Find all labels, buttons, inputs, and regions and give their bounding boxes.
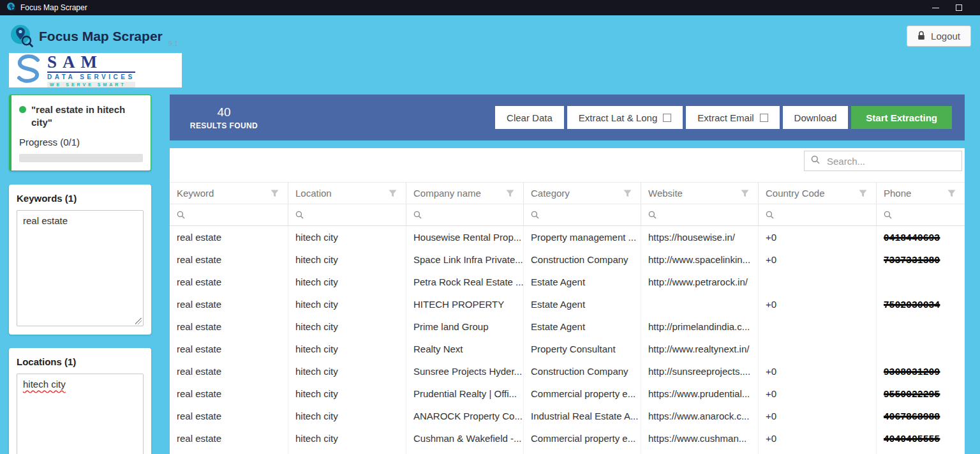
cell-company: Space Link Infra Private...: [406, 248, 524, 271]
cell-location: hitech city: [288, 226, 406, 248]
cell-company: Housewise Rental Prop...: [406, 226, 524, 248]
filter-icon[interactable]: [271, 190, 279, 197]
sam-logo-text: SAM: [47, 54, 103, 71]
cell-keyword: real estate: [170, 293, 288, 315]
cell-website: https://housewise.in/: [641, 226, 759, 248]
sam-swirl-icon: [15, 54, 42, 86]
column-header[interactable]: Company name: [406, 183, 524, 204]
extract-latlong-checkbox[interactable]: [663, 114, 671, 122]
download-button[interactable]: Download: [783, 106, 849, 129]
maximize-button[interactable]: [956, 4, 962, 11]
cell-country: [759, 450, 877, 454]
cell-website: http://www.realtynext.in/: [641, 338, 759, 360]
column-filter-input[interactable]: [170, 204, 288, 225]
filter-icon[interactable]: [506, 190, 514, 197]
column-filter-input[interactable]: [288, 204, 406, 225]
clear-data-button[interactable]: Clear Data: [495, 106, 564, 129]
search-icon: [766, 211, 774, 219]
table-row[interactable]: real estatehitech cityPrudential Realty …: [170, 382, 965, 405]
filter-icon[interactable]: [623, 190, 632, 197]
column-filter-input[interactable]: [759, 204, 877, 225]
progress-bar: [19, 154, 143, 162]
search-box[interactable]: [804, 151, 962, 171]
results-count: 40 RESULTS FOUND: [170, 105, 278, 130]
search-icon: [884, 211, 892, 219]
column-header[interactable]: Country Code: [759, 183, 877, 204]
sam-logo-subtext: DATA SERVICES: [47, 72, 135, 80]
column-filter-input[interactable]: [641, 204, 759, 225]
cell-phone: 4067868988: [877, 405, 965, 427]
table-row[interactable]: real estatehitech cityHITECH PROPERTYEst…: [170, 293, 965, 315]
filter-icon[interactable]: [947, 190, 956, 197]
cell-company: [406, 450, 524, 454]
cell-keyword: real estate: [170, 271, 288, 293]
cell-country: [759, 271, 877, 293]
cell-website: [641, 450, 759, 454]
cell-category: Property Consultant: [524, 338, 641, 360]
cell-category: Construction Company: [524, 360, 641, 382]
results-count-number: 40: [170, 105, 278, 119]
cell-company: Prudential Realty | Offi...: [406, 382, 524, 405]
table-row[interactable]: real estatehitech cityCushman & Wakefiel…: [170, 427, 965, 450]
column-header[interactable]: Phone: [877, 183, 965, 204]
cell-category: Estate Agent: [524, 271, 641, 293]
table-row[interactable]: real estatehitech cityHousewise Rental P…: [170, 226, 965, 248]
column-filter-input[interactable]: [877, 204, 965, 225]
cell-category: Property management ...: [524, 226, 641, 248]
cell-keyword: real estate: [170, 360, 288, 382]
extract-email-button[interactable]: Extract Email: [686, 106, 779, 129]
column-header[interactable]: Keyword: [170, 183, 288, 204]
table-row[interactable]: real estatehitech cityRealty NextPropert…: [170, 338, 965, 360]
version-label: 9.1: [168, 40, 178, 47]
cell-website: http://primelandindia.c...: [641, 315, 759, 338]
cell-phone: 4040405555: [877, 427, 965, 450]
extract-email-checkbox[interactable]: [760, 114, 768, 122]
start-extracting-label: Start Extracting: [866, 112, 937, 123]
cell-country: [759, 315, 877, 338]
cell-phone: [877, 338, 965, 360]
page-title: Focus Map Scraper: [39, 29, 163, 44]
table-row[interactable]: real estatehitech citySpace Link Infra P…: [170, 248, 965, 271]
location-value: hitech city: [23, 379, 66, 390]
cell-phone: 0418440693: [877, 226, 965, 248]
cell-category: Estate Agent: [524, 315, 641, 338]
filter-icon[interactable]: [741, 190, 749, 197]
cell-company: Cushman & Wakefield -...: [406, 427, 524, 450]
cell-location: hitech city: [288, 360, 406, 382]
table-row[interactable]: real estatehitech cityANAROCK Property C…: [170, 405, 965, 427]
table-row[interactable]: real estatehitech cityPrime land GroupEs…: [170, 315, 965, 338]
search-input[interactable]: [826, 155, 955, 167]
cell-location: hitech city: [288, 293, 406, 315]
extract-latlong-label: Extract Lat & Long: [579, 112, 657, 123]
cell-phone: 9550022295: [877, 382, 965, 405]
cell-country: +0: [759, 226, 877, 248]
search-icon: [177, 211, 185, 219]
extract-latlong-button[interactable]: Extract Lat & Long: [567, 106, 683, 129]
column-filter-input[interactable]: [524, 204, 641, 225]
keywords-input[interactable]: real estate: [17, 210, 144, 326]
table-row[interactable]: real estatehitech city: [170, 450, 965, 454]
filter-icon[interactable]: [389, 190, 397, 197]
minimize-button[interactable]: [932, 8, 939, 8]
column-header[interactable]: Category: [524, 183, 641, 204]
cell-keyword: real estate: [170, 450, 288, 454]
cell-phone: [877, 271, 965, 293]
locations-input[interactable]: hitech city: [17, 374, 144, 454]
results-table: KeywordLocationCompany nameCategoryWebsi…: [170, 182, 965, 454]
column-filter-input[interactable]: [406, 204, 524, 225]
cell-phone: 7337331380: [877, 248, 965, 271]
table-row[interactable]: real estatehitech cityPetra Rock Real Es…: [170, 271, 965, 293]
column-header[interactable]: Website: [641, 183, 759, 204]
logout-button[interactable]: Logout: [907, 26, 971, 47]
filter-icon[interactable]: [859, 190, 867, 197]
start-extracting-button[interactable]: Start Extracting: [851, 106, 952, 129]
table-body: real estatehitech cityHousewise Rental P…: [170, 226, 965, 454]
cell-website: http://sunsreeprojects....: [641, 360, 759, 382]
search-icon: [295, 211, 304, 219]
cell-keyword: real estate: [170, 226, 288, 248]
table-row[interactable]: real estatehitech citySunsree Projects H…: [170, 360, 965, 382]
column-header[interactable]: Location: [288, 183, 406, 204]
cell-category: Commercial property e...: [524, 427, 641, 450]
cell-category: Construction Company: [524, 248, 641, 271]
cell-website: https://www.cushman...: [641, 427, 759, 450]
